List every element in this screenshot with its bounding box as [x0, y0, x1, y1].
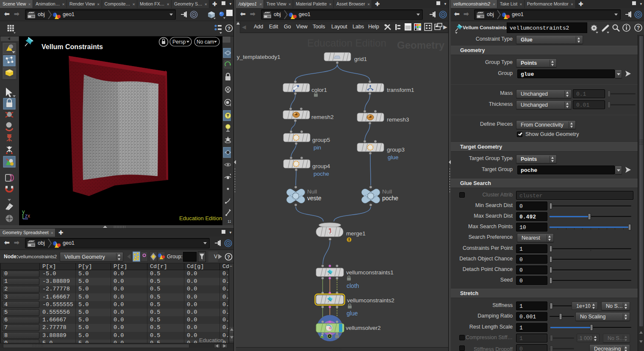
svg-text:?: ?	[637, 25, 640, 31]
svg-text:pin: pin	[314, 144, 321, 151]
svg-text:poche: poche	[382, 195, 398, 202]
svg-text:Persp: Persp	[172, 39, 186, 45]
svg-text:y_templatebody1: y_templatebody1	[237, 54, 280, 60]
svg-text:color1: color1	[311, 87, 327, 93]
svg-text:?: ?	[227, 254, 230, 260]
svg-text:veste: veste	[307, 195, 322, 202]
svg-text:x: x	[28, 213, 30, 219]
svg-text:Null: Null	[382, 188, 392, 195]
svg-text:y: y	[22, 208, 25, 215]
svg-text:group4: group4	[312, 163, 330, 169]
svg-text:vellumconstraints2: vellumconstraints2	[347, 297, 394, 304]
svg-text:vellumsolver2: vellumsolver2	[346, 325, 381, 331]
svg-text:transform1: transform1	[387, 87, 414, 93]
svg-text:remesh2: remesh2	[311, 114, 334, 120]
svg-text:Vellum Constraints: Vellum Constraints	[42, 43, 103, 50]
svg-text:glue: glue	[388, 154, 399, 160]
svg-text:Education Edition: Education Edition	[179, 215, 222, 221]
svg-text:remesh3: remesh3	[387, 116, 409, 123]
svg-text:glue: glue	[347, 310, 358, 317]
svg-text:Null: Null	[307, 188, 317, 195]
svg-text:vellumconstraints1: vellumconstraints1	[346, 269, 394, 276]
svg-text:group3: group3	[387, 146, 405, 153]
svg-text:poche: poche	[314, 171, 329, 177]
svg-text:cloth: cloth	[347, 282, 359, 289]
svg-text:grid1: grid1	[354, 56, 367, 62]
svg-text:group5: group5	[312, 137, 330, 143]
svg-text:No cam: No cam	[197, 39, 214, 45]
svg-text:?: ?	[228, 26, 230, 31]
svg-text:merge1: merge1	[346, 230, 366, 237]
svg-text:Geometry: Geometry	[397, 39, 445, 51]
svg-text:Education Edition: Education Edition	[307, 37, 386, 49]
